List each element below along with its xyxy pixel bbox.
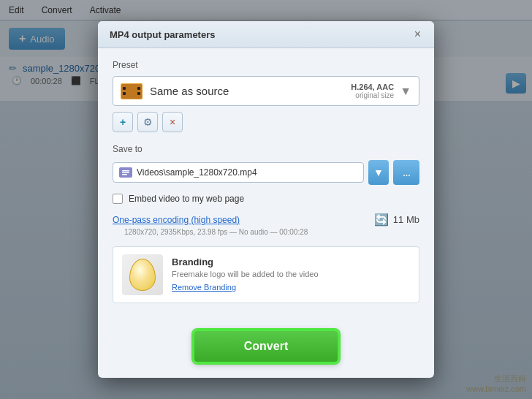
- saveto-dropdown-button[interactable]: ▼: [368, 160, 389, 185]
- preset-section: Preset: [113, 60, 419, 132]
- svg-rect-2: [122, 172, 129, 174]
- branding-logo: [122, 254, 163, 295]
- preset-info: H.264, AAC original size: [351, 83, 394, 99]
- preset-size: original size: [351, 91, 394, 99]
- svg-rect-1: [122, 170, 129, 172]
- branding-section: Branding Freemake logo will be added to …: [113, 246, 419, 303]
- preset-settings-button[interactable]: ⚙: [137, 112, 158, 132]
- convert-section: Convert: [98, 330, 434, 363]
- modal-title: MP4 output parameters: [110, 29, 215, 40]
- saveto-browse-button[interactable]: ...: [393, 160, 419, 185]
- preset-label: Preset: [113, 60, 419, 70]
- saveto-input-wrap: Videos\sample_1280x720.mp4: [113, 162, 364, 183]
- modal-close-button[interactable]: ×: [413, 28, 422, 40]
- embed-checkbox[interactable]: [113, 194, 123, 204]
- file-type-icon: [119, 167, 132, 178]
- encoding-section: One-pass encoding (high speed) 1280x720,…: [113, 213, 419, 236]
- branding-title: Branding: [172, 256, 410, 267]
- saveto-section: Save to Videos\sample_: [113, 144, 419, 185]
- gear-icon: ⚙: [143, 116, 153, 128]
- convert-button[interactable]: Convert: [193, 330, 339, 363]
- embed-label: Embed video to my web page: [129, 194, 244, 204]
- modal-body: Preset: [98, 48, 434, 315]
- preset-name: Same as source: [150, 85, 351, 97]
- remove-branding-link[interactable]: Remove Branding: [172, 283, 236, 292]
- encoding-left: One-pass encoding (high speed) 1280x720,…: [113, 213, 374, 236]
- preset-dropdown[interactable]: Same as source H.264, AAC original size …: [113, 76, 419, 106]
- preset-actions: + ⚙ ×: [113, 112, 419, 132]
- app-background: Edit Convert Activate + Audio ✏ sample_1…: [0, 0, 532, 399]
- branding-info: Branding Freemake logo will be added to …: [172, 256, 410, 293]
- preset-add-button[interactable]: +: [113, 112, 133, 132]
- modal-overlay: MP4 output parameters × Preset: [0, 0, 532, 399]
- modal-header: MP4 output parameters ×: [98, 21, 434, 48]
- preset-codec: H.264, AAC: [351, 83, 394, 91]
- modal-dialog: MP4 output parameters × Preset: [98, 21, 434, 378]
- file-size-icon: 🔄: [374, 213, 389, 227]
- encoding-size: 🔄 11 Mb: [374, 213, 419, 227]
- branding-description: Freemake logo will be added to the video: [172, 270, 410, 278]
- preset-dropdown-arrow: ▼: [400, 85, 411, 98]
- encoding-link[interactable]: One-pass encoding (high speed): [113, 215, 240, 225]
- preset-remove-button[interactable]: ×: [162, 112, 183, 132]
- saveto-row: Videos\sample_1280x720.mp4 ▼ ...: [113, 160, 419, 185]
- encoding-details: 1280x720, 2935Kbps, 23.98 fps — No audio…: [113, 228, 374, 236]
- chevron-down-icon: ▼: [373, 167, 384, 178]
- embed-row: Embed video to my web page: [113, 194, 419, 204]
- preset-film-icon: [121, 83, 142, 99]
- branding-egg-icon: [129, 259, 156, 291]
- svg-rect-3: [122, 174, 127, 175]
- encoding-size-value: 11 Mb: [393, 214, 419, 225]
- saveto-label: Save to: [113, 144, 419, 154]
- saveto-path: Videos\sample_1280x720.mp4: [137, 167, 257, 178]
